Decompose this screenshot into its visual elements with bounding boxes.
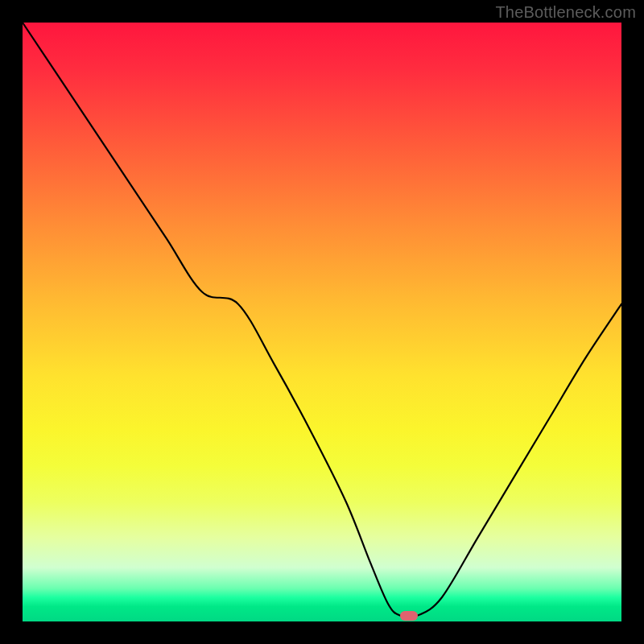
optimum-marker — [400, 611, 418, 621]
curve-svg — [23, 23, 621, 621]
watermark-text: TheBottleneck.com — [495, 3, 636, 22]
chart-container: TheBottleneck.com — [0, 0, 644, 644]
bottleneck-curve — [23, 23, 621, 617]
